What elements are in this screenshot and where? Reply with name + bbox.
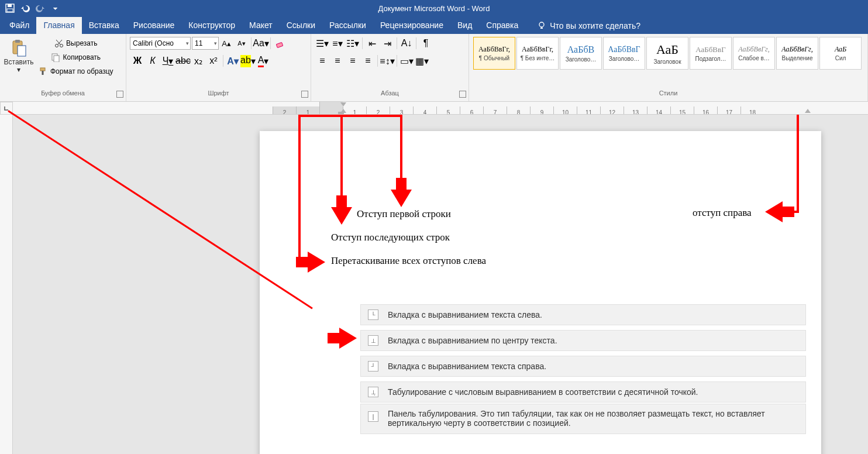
ruler-tick: 2	[366, 106, 390, 115]
tab-draw[interactable]: Рисование	[126, 17, 182, 34]
highlight-button[interactable]: ab▾	[241, 54, 255, 67]
eraser-icon	[275, 39, 285, 48]
save-icon[interactable]	[2, 1, 18, 16]
paste-button[interactable]: Вставить▾	[4, 36, 34, 76]
font-size-combo[interactable]: 11	[192, 37, 219, 50]
clear-format-button[interactable]	[273, 37, 287, 50]
style-item[interactable]: АаБбВвГг,¶ Без инте…	[516, 37, 559, 70]
tab-references[interactable]: Ссылки	[280, 17, 322, 34]
ruler-tick: 9	[530, 106, 553, 115]
tab-type-right: ┘ Вкладка с выравниванием текста справа.	[360, 356, 806, 377]
tell-me-search[interactable]: Что вы хотите сделать?	[532, 18, 645, 34]
decrease-indent-button[interactable]: ⇤	[365, 37, 379, 50]
style-item[interactable]: АаБбВвГПодзагол…	[690, 37, 732, 70]
underline-button[interactable]: Ч▾	[161, 54, 175, 67]
qat-customize-icon[interactable]: ⏷	[48, 1, 63, 16]
numbering-button[interactable]: ≡▾	[330, 37, 345, 50]
copy-button[interactable]: Копировать	[36, 51, 116, 64]
style-name: Сил	[820, 55, 861, 61]
annotation-hanging: Отступ последующих строк	[331, 232, 450, 243]
style-item[interactable]: АаБбВвГг,Выделение	[776, 37, 818, 70]
font-launcher-icon[interactable]	[301, 91, 308, 98]
annotation-line	[298, 115, 402, 117]
ruler-tick: 15	[670, 106, 694, 115]
tab-file[interactable]: Файл	[2, 17, 36, 34]
tab-insert[interactable]: Вставка	[82, 17, 126, 34]
right-indent-marker[interactable]	[805, 109, 811, 113]
subscript-button[interactable]: x₂	[191, 54, 205, 67]
sort-button[interactable]: A↓	[399, 37, 414, 50]
shrink-font-button[interactable]: A▾	[235, 37, 249, 50]
ruler-tick: 6	[460, 106, 483, 115]
tab-bar-icon: |	[368, 411, 378, 422]
format-painter-button[interactable]: Формат по образцу	[36, 65, 116, 78]
tab-view[interactable]: Вид	[450, 17, 479, 34]
ruler-tick: 14	[647, 106, 670, 115]
styles-gallery[interactable]: АаБбВвГг,¶ ОбычныйАаБбВвГг,¶ Без инте…Аа…	[469, 34, 867, 90]
tab-layout[interactable]: Макет	[242, 17, 280, 34]
undo-icon[interactable]	[18, 1, 33, 16]
annotation-first-line: Отступ первой строки	[357, 208, 451, 220]
tab-design[interactable]: Конструктор	[181, 17, 242, 34]
text-effects-button[interactable]: A▾	[226, 54, 240, 67]
svg-rect-6	[18, 46, 26, 56]
style-item[interactable]: АаБбВЗаголово…	[560, 37, 602, 70]
font-name-combo[interactable]: Calibri (Осно	[130, 37, 191, 50]
ruler-tick: 3	[390, 106, 413, 115]
style-name: Выделение	[777, 55, 818, 61]
paste-label: Вставить	[4, 58, 34, 66]
svg-rect-11	[40, 68, 45, 71]
line-spacing-button[interactable]: ≡↕▾	[380, 54, 394, 67]
grow-font-button[interactable]: A▴	[219, 37, 233, 50]
tab-mailings[interactable]: Рассылки	[322, 17, 373, 34]
first-line-indent-marker[interactable]	[340, 102, 346, 106]
multilevel-button[interactable]: ☷▾	[346, 37, 360, 50]
svg-rect-12	[276, 42, 283, 47]
ruler-tick: 10	[553, 106, 577, 115]
ruler-tick: 8	[507, 106, 530, 115]
group-paragraph: ☰▾ ≡▾ ☷▾ ⇤ ⇥ A↓ ¶ ≡ ≡ ≡ ≡ ≡↕▾ ▭▾ ▦▾	[311, 34, 469, 101]
italic-button[interactable]: К	[146, 54, 160, 67]
arrow-down-icon	[331, 207, 352, 225]
tab-home[interactable]: Главная	[36, 17, 81, 34]
tab-type-bar: | Панель табулирования. Это тип табуляци…	[360, 404, 806, 434]
align-right-button[interactable]: ≡	[346, 54, 360, 67]
clipboard-launcher-icon[interactable]	[116, 91, 123, 98]
cut-button[interactable]: Вырезать	[36, 37, 116, 50]
annotation-line	[298, 115, 301, 262]
bold-button[interactable]: Ж	[130, 54, 144, 67]
annotation-line	[797, 115, 799, 213]
align-center-button[interactable]: ≡	[330, 54, 345, 67]
tab-help[interactable]: Справка	[479, 17, 525, 34]
style-item[interactable]: АаБбВвГЗаголово…	[603, 37, 645, 70]
bullets-button[interactable]: ☰▾	[315, 37, 329, 50]
superscript-button[interactable]: x²	[206, 54, 221, 67]
tab-review[interactable]: Рецензирование	[373, 17, 450, 34]
shading-button[interactable]: ▭▾	[399, 54, 414, 67]
align-left-button[interactable]: ≡	[315, 54, 329, 67]
horizontal-ruler[interactable]: 21123456789101112131415161718	[13, 102, 868, 115]
cut-label: Вырезать	[66, 39, 97, 47]
style-item[interactable]: АаБбВвГг,Слабое в…	[733, 37, 775, 70]
paragraph-launcher-icon[interactable]	[459, 91, 466, 98]
increase-indent-button[interactable]: ⇥	[380, 37, 394, 50]
redo-icon[interactable]	[33, 1, 48, 16]
arrow-right-icon	[339, 328, 357, 349]
strike-button[interactable]: abc	[176, 54, 190, 67]
ruler-tick: 5	[436, 106, 460, 115]
style-name: Заголово…	[560, 56, 601, 63]
show-marks-button[interactable]: ¶	[419, 37, 433, 50]
change-case-button[interactable]: Aa▾	[254, 37, 268, 50]
quick-access-toolbar: ⏷ Документ Microsoft Word - Word	[0, 0, 868, 16]
vertical-ruler[interactable]	[0, 115, 13, 454]
font-color-button[interactable]: A▾	[256, 54, 270, 67]
style-item[interactable]: АаБбВвГг,¶ Обычный	[473, 37, 515, 70]
ruler-tick: 16	[694, 106, 717, 115]
borders-button[interactable]: ▦▾	[415, 54, 429, 67]
style-item[interactable]: АаБЗаголовок	[646, 37, 688, 70]
group-label-font: Шрифт	[126, 90, 311, 101]
style-sample: АаБбВвГг,	[781, 45, 812, 54]
justify-button[interactable]: ≡	[361, 54, 375, 67]
document-area: 21123456789101112131415161718 Отступ пер…	[0, 102, 868, 454]
style-item[interactable]: АаБСил	[819, 37, 862, 70]
